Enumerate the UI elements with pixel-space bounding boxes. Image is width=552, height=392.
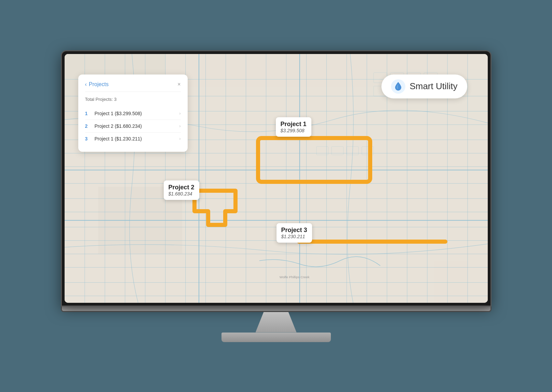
map-tooltip-p3[interactable]: Project 3 $1.230.211 bbox=[277, 223, 312, 243]
panel-total: Total Projects: 3 bbox=[85, 97, 181, 102]
project-arrow-1: › bbox=[179, 111, 181, 116]
panel-close-button[interactable]: × bbox=[177, 82, 180, 87]
project-item-1-left: 1 Project 1 ($3.299.508) bbox=[85, 111, 142, 116]
project-num-1: 1 bbox=[85, 111, 91, 116]
monitor-neck bbox=[256, 312, 297, 333]
tooltip-p1-title: Project 1 bbox=[281, 121, 307, 128]
panel-back-button[interactable]: ‹ Projects bbox=[85, 81, 109, 87]
map-tooltip-p1[interactable]: Project 1 $3.299.508 bbox=[276, 117, 311, 137]
map-tooltip-p2[interactable]: Project 2 $1.680.234 bbox=[164, 180, 199, 200]
project-item-2-left: 2 Project 2 ($1.680.234) bbox=[85, 123, 142, 129]
tooltip-p3-title: Project 3 bbox=[281, 227, 307, 234]
tooltip-p2-title: Project 2 bbox=[169, 184, 194, 191]
svg-text:Wolfe Phillips Creek: Wolfe Phillips Creek bbox=[279, 275, 309, 279]
project-item-3[interactable]: 3 Project 1 ($1.230.211) › bbox=[85, 133, 181, 145]
panel-title: Projects bbox=[89, 81, 109, 87]
project-item-2[interactable]: 2 Project 2 ($1.680.234) › bbox=[85, 120, 181, 133]
projects-panel: ‹ Projects × Total Projects: 3 1 Project… bbox=[78, 75, 188, 152]
project-name-3: Project 1 ($1.230.211) bbox=[95, 136, 142, 141]
project-arrow-3: › bbox=[179, 136, 181, 141]
back-chevron-icon: ‹ bbox=[85, 81, 87, 87]
project-arrow-2: › bbox=[179, 124, 181, 129]
monitor-wrapper: Wolfe Phillips Creek Smart Utility bbox=[54, 50, 498, 342]
monitor-screen: Wolfe Phillips Creek Smart Utility bbox=[61, 50, 492, 307]
project-1-shape bbox=[256, 136, 372, 184]
smart-utility-icon bbox=[391, 79, 405, 94]
smart-utility-logo: Smart Utility bbox=[381, 75, 467, 98]
project-name-1: Project 1 ($3.299.508) bbox=[95, 111, 142, 116]
panel-header: ‹ Projects × bbox=[85, 81, 181, 87]
screen-inner: Wolfe Phillips Creek Smart Utility bbox=[65, 54, 488, 303]
project-num-3: 3 bbox=[85, 136, 91, 141]
tooltip-p2-amount: $1.680.234 bbox=[169, 191, 194, 197]
tooltip-p3-amount: $1.230.211 bbox=[281, 234, 307, 239]
project-3-shape bbox=[297, 240, 447, 244]
panel-divider bbox=[85, 92, 181, 92]
monitor-bottom-bar bbox=[61, 307, 492, 312]
project-name-2: Project 2 ($1.680.234) bbox=[95, 123, 142, 129]
monitor-base bbox=[221, 333, 331, 342]
project-item-3-left: 3 Project 1 ($1.230.211) bbox=[85, 136, 142, 141]
project-item-1[interactable]: 1 Project 1 ($3.299.508) › bbox=[85, 107, 181, 120]
project-num-2: 2 bbox=[85, 123, 91, 129]
logo-text: Smart Utility bbox=[409, 81, 457, 92]
tooltip-p1-amount: $3.299.508 bbox=[281, 128, 307, 133]
